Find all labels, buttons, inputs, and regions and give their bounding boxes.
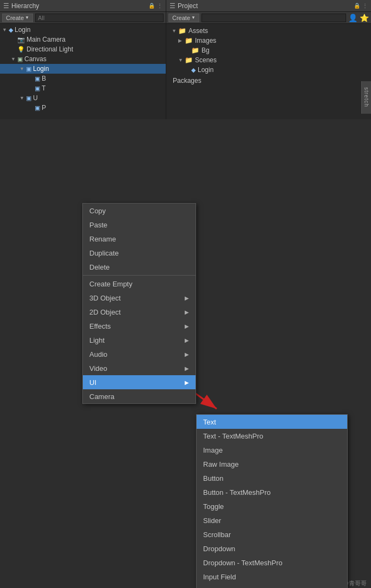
scenes-label: Scenes	[195, 56, 217, 64]
hierarchy-toolbar: Create ▼	[0, 12, 166, 24]
hierarchy-search-input[interactable]	[35, 14, 164, 22]
hierarchy-create-button[interactable]: Create ▼	[2, 14, 33, 22]
assets-folder[interactable]: ▼ 📁 Assets	[170, 26, 368, 36]
bg-label: Bg	[201, 47, 210, 54]
tree-item-main-camera[interactable]: 📷 Main Camera	[0, 35, 166, 44]
menu-item-camera[interactable]: Camera	[83, 389, 196, 403]
menu-item-effects[interactable]: Effects ▶	[83, 319, 196, 333]
menu-item-paste[interactable]: Paste	[83, 218, 196, 232]
project-create-button[interactable]: Create ▼	[168, 14, 199, 22]
assets-folder-icon: 📁	[178, 27, 186, 35]
tree-item-b[interactable]: ▣ B	[0, 74, 166, 83]
menu-item-duplicate[interactable]: Duplicate	[83, 246, 196, 260]
menu-item-slider[interactable]: Slider	[197, 513, 347, 527]
menu-item-light[interactable]: Light ▶	[83, 333, 196, 347]
camera-icon: 📷	[17, 36, 25, 43]
tree-item-login[interactable]: ▼ ▣ Login	[0, 64, 166, 74]
scene-label: Login	[15, 26, 30, 34]
login-scene-item[interactable]: ◆ Login	[170, 65, 368, 75]
hierarchy-header: ☰ Hierarchy 🔒 ⋮	[0, 0, 166, 12]
project-search-input[interactable]	[201, 14, 346, 22]
menu-item-rename[interactable]: Rename	[83, 232, 196, 246]
b-label: B	[42, 75, 46, 82]
menu-item-text[interactable]: Text	[197, 415, 347, 429]
audio-arrow: ▶	[185, 351, 189, 357]
light-arrow: ▶	[185, 337, 189, 343]
main-area: Copy Paste Rename Duplicate Delete Creat…	[0, 119, 371, 588]
hierarchy-content: ▼ ◆ Login 📷 Main Camera 💡 Directional Li…	[0, 24, 166, 119]
canvas-label: Canvas	[24, 55, 47, 63]
p-label: P	[42, 104, 46, 112]
menu-item-create-empty[interactable]: Create Empty	[83, 277, 196, 291]
menu-item-ui[interactable]: UI ▶	[83, 375, 196, 389]
bg-folder[interactable]: 📁 Bg	[170, 45, 368, 55]
images-label: Images	[195, 37, 216, 44]
bg-folder-icon: 📁	[191, 47, 199, 54]
menu-item-image[interactable]: Image	[197, 443, 347, 457]
menu-item-button[interactable]: Button	[197, 471, 347, 485]
hierarchy-more-icon[interactable]: ⋮	[157, 3, 162, 9]
menu-item-audio[interactable]: Audio ▶	[83, 347, 196, 361]
login-scene-label: Login	[198, 66, 213, 74]
ui-arrow: ▶	[185, 380, 189, 386]
menu-item-input-field-meshpro[interactable]: Input Field - TextMeshPro	[197, 584, 347, 588]
menu-item-video[interactable]: Video ▶	[83, 361, 196, 375]
tree-item-login-scene[interactable]: ▼ ◆ Login	[0, 25, 166, 35]
menu-item-scrollbar[interactable]: Scrollbar	[197, 527, 347, 541]
p-icon: ▣	[35, 104, 40, 112]
2d-object-arrow: ▶	[185, 309, 189, 315]
menu-item-input-field[interactable]: Input Field	[197, 570, 347, 584]
hierarchy-panel: ☰ Hierarchy 🔒 ⋮ Create ▼ ▼ ◆ Login 📷	[0, 0, 166, 119]
video-arrow: ▶	[185, 365, 189, 371]
project-menu-icon[interactable]: ☰	[170, 2, 175, 10]
tree-item-canvas[interactable]: ▼ ▣ Canvas	[0, 54, 166, 64]
context-menu-secondary: Text Text - TextMeshPro Image Raw Image …	[196, 414, 348, 588]
u-label: U	[33, 94, 38, 102]
project-title: Project	[178, 2, 198, 10]
login-icon: ▣	[26, 66, 31, 73]
light-icon: 💡	[17, 46, 25, 53]
scenes-folder-icon: 📁	[185, 56, 193, 64]
context-menu-primary: Copy Paste Rename Duplicate Delete Creat…	[82, 203, 196, 404]
u-icon: ▣	[26, 95, 31, 102]
images-folder[interactable]: ▶ 📁 Images	[170, 36, 368, 45]
scenes-arrow: ▼	[178, 57, 185, 63]
menu-item-button-meshpro[interactable]: Button - TextMeshPro	[197, 485, 347, 499]
project-panel: ☰ Project 🔒 ⋮ Create ▼ 👤 ⭐ ▼ 📁 Assets	[166, 0, 371, 119]
menu-item-dropdown-meshpro[interactable]: Dropdown - TextMeshPro	[197, 556, 347, 570]
menu-item-text-meshpro[interactable]: Text - TextMeshPro	[197, 429, 347, 443]
hierarchy-lock-icon[interactable]: 🔒	[148, 3, 155, 9]
assets-label: Assets	[188, 27, 208, 35]
menu-item-copy[interactable]: Copy	[83, 204, 196, 218]
tree-item-t[interactable]: ▣ T	[0, 83, 166, 93]
login-scene-icon: ◆	[191, 67, 196, 74]
tree-item-p[interactable]: ▣ P	[0, 103, 166, 113]
packages-label: Packages	[170, 76, 368, 86]
menu-item-raw-image[interactable]: Raw Image	[197, 457, 347, 471]
tree-item-u[interactable]: ▼ ▣ U	[0, 93, 166, 103]
project-lock-icon[interactable]: 🔒	[354, 3, 360, 9]
scene-icon: ◆	[9, 27, 13, 34]
stretch-label: stretch	[361, 81, 371, 114]
project-icon-1[interactable]: 👤	[348, 14, 357, 22]
3d-object-arrow: ▶	[185, 295, 189, 301]
hierarchy-menu-icon[interactable]: ☰	[3, 2, 9, 10]
login-label: Login	[33, 65, 49, 73]
project-create-arrow: ▼	[191, 15, 196, 20]
scenes-folder[interactable]: ▼ 📁 Scenes	[170, 55, 368, 65]
project-more-icon[interactable]: ⋮	[362, 3, 368, 9]
menu-item-delete[interactable]: Delete	[83, 260, 196, 274]
menu-item-dropdown[interactable]: Dropdown	[197, 541, 347, 556]
menu-item-3d-object[interactable]: 3D Object ▶	[83, 291, 196, 305]
menu-separator-1	[83, 275, 196, 276]
project-icon-2[interactable]: ⭐	[360, 14, 369, 22]
directional-light-label: Directional Light	[27, 45, 73, 53]
menu-item-2d-object[interactable]: 2D Object ▶	[83, 305, 196, 319]
create-dropdown-icon: ▼	[25, 15, 29, 20]
t-icon: ▣	[35, 85, 40, 92]
menu-item-toggle[interactable]: Toggle	[197, 499, 347, 513]
tree-item-directional-light[interactable]: 💡 Directional Light	[0, 44, 166, 54]
main-camera-label: Main Camera	[27, 36, 66, 43]
canvas-icon: ▣	[17, 56, 23, 63]
project-toolbar: Create ▼ 👤 ⭐	[166, 12, 371, 24]
